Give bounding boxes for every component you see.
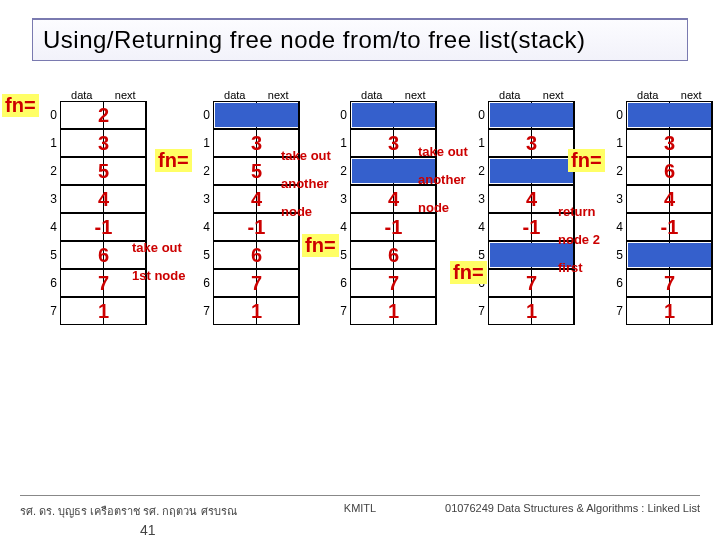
array-column-1: datanext01325344-1566771fn=take outanoth… [195, 89, 300, 325]
row-index: 1 [470, 129, 488, 157]
footer-left: รศ. ดร. บุญธร เครือตราช รศ. กฤตวน ศรบรณ [20, 502, 237, 520]
header-data: data [350, 89, 394, 101]
row-index: 3 [195, 185, 213, 213]
cell-value [352, 103, 435, 127]
row-index: 7 [470, 297, 488, 325]
row-index: 7 [332, 297, 350, 325]
cell-value: 7 [214, 270, 299, 296]
footer-mid: KMITL [344, 502, 376, 514]
column-header: datanext [350, 89, 437, 101]
array-cell: 3 [60, 129, 147, 157]
cell-value [628, 103, 711, 127]
array-row: 67 [608, 269, 713, 297]
array-row: 56 [195, 241, 300, 269]
cell-value: 6 [214, 242, 299, 268]
row-index: 7 [608, 297, 626, 325]
row-index: 5 [608, 241, 626, 269]
cell-value: 5 [61, 158, 146, 184]
cell-value: -1 [627, 214, 712, 240]
array-cell: 7 [350, 269, 437, 297]
array-cell [626, 241, 713, 269]
row-index: 0 [195, 101, 213, 129]
header-next: next [670, 89, 714, 101]
array-cell: 3 [626, 129, 713, 157]
fn-pointer-label: fn= [568, 149, 605, 172]
cell-value: 1 [627, 298, 712, 324]
annotation: take out [132, 241, 182, 255]
row-index: 3 [42, 185, 60, 213]
array-cell [350, 101, 437, 129]
row-index: 2 [470, 157, 488, 185]
fn-pointer-label: fn= [302, 234, 339, 257]
array-row: 25 [42, 157, 147, 185]
column-header: datanext [60, 89, 147, 101]
row-index: 1 [608, 129, 626, 157]
row-index: 6 [42, 269, 60, 297]
array-cell: 3 [488, 129, 575, 157]
cell-value: -1 [351, 214, 436, 240]
cell-value: 3 [489, 130, 574, 156]
annotation: take out [281, 149, 331, 163]
fn-pointer-label: fn= [2, 94, 39, 117]
column-header: datanext [488, 89, 575, 101]
array-cell: 6 [350, 241, 437, 269]
cell-value: 3 [627, 130, 712, 156]
annotation: node 2 [558, 233, 600, 247]
array-row: 2 [470, 157, 575, 185]
cell-value: 1 [214, 298, 299, 324]
annotation: node [418, 201, 449, 215]
row-index: 2 [332, 157, 350, 185]
array-row: 71 [195, 297, 300, 325]
row-index: 6 [195, 269, 213, 297]
row-index: 6 [332, 269, 350, 297]
array-row: 0 [608, 101, 713, 129]
row-index: 7 [42, 297, 60, 325]
row-index: 5 [195, 241, 213, 269]
cell-value: 6 [627, 158, 712, 184]
cell-value: 1 [351, 298, 436, 324]
row-index: 4 [608, 213, 626, 241]
annotation: return [558, 205, 596, 219]
array-cell [213, 101, 300, 129]
header-next: next [104, 89, 148, 101]
array-row: 13 [608, 129, 713, 157]
array-column-2: datanext0132344-1566771fn=take outanothe… [332, 89, 437, 325]
array-cell: 1 [488, 297, 575, 325]
cell-value: -1 [61, 214, 146, 240]
array-cell: 6 [626, 157, 713, 185]
cell-value [628, 243, 711, 267]
column-header: datanext [213, 89, 300, 101]
array-row: 71 [608, 297, 713, 325]
array-row: 67 [195, 269, 300, 297]
array-row: 71 [42, 297, 147, 325]
column-header: datanext [626, 89, 713, 101]
array-cell: 4 [626, 185, 713, 213]
diagram-stage: datanext021325344-1566771fn=take out1st … [0, 89, 720, 449]
array-row: 34 [42, 185, 147, 213]
row-index: 0 [42, 101, 60, 129]
header-data: data [213, 89, 257, 101]
array-cell: -1 [350, 213, 437, 241]
cell-value [490, 103, 573, 127]
cell-value: 1 [489, 298, 574, 324]
array-row: 4-1 [332, 213, 437, 241]
array-cell: 1 [213, 297, 300, 325]
array-row: 5 [608, 241, 713, 269]
annotation: 1st node [132, 269, 185, 283]
row-index: 0 [470, 101, 488, 129]
row-index: 1 [332, 129, 350, 157]
array-row: 26 [608, 157, 713, 185]
row-index: 7 [195, 297, 213, 325]
array-row: 56 [332, 241, 437, 269]
array-row: 71 [332, 297, 437, 325]
array-cell: -1 [626, 213, 713, 241]
footer: รศ. ดร. บุญธร เครือตราช รศ. กฤตวน ศรบรณ … [20, 495, 700, 520]
row-index: 4 [195, 213, 213, 241]
array-row: 0 [470, 101, 575, 129]
array-cell: 6 [213, 241, 300, 269]
row-index: 5 [42, 241, 60, 269]
array-row: 13 [470, 129, 575, 157]
header-data: data [60, 89, 104, 101]
array-column-4: datanext01326344-156771fn= [608, 89, 713, 325]
footer-right: 01076249 Data Structures & Algorithms : … [445, 502, 700, 520]
